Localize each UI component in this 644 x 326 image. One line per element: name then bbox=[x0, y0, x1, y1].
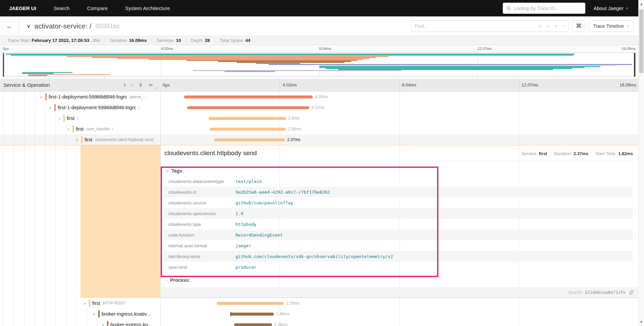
scrollbar-thumb[interactable] bbox=[639, 9, 643, 73]
back-button[interactable]: ← bbox=[0, 16, 19, 36]
span-expander-chevron-icon[interactable]: ∨ bbox=[67, 127, 69, 131]
indent-guide bbox=[14, 91, 14, 102]
trace-view-label: Trace Timeline bbox=[593, 23, 624, 29]
tag-key: cloudevents.datacontenttype bbox=[168, 179, 235, 184]
trace-lookup-input[interactable] bbox=[514, 6, 582, 11]
clear-find-icon[interactable]: × bbox=[562, 23, 565, 28]
collapse-all-icon[interactable]: ≫ bbox=[138, 83, 143, 87]
span-row[interactable]: ∨first-1-deployment-59968d6f46-lngrc/4.1… bbox=[0, 102, 638, 113]
span-detail-indent-column bbox=[0, 145, 160, 298]
service-color-chip bbox=[81, 136, 83, 143]
span-detail-content: cloudevents.client.httpbody send Service… bbox=[160, 145, 638, 298]
span-expander-chevron-icon[interactable]: ∨ bbox=[102, 323, 104, 326]
span-duration-bar[interactable] bbox=[214, 138, 285, 141]
indent-guide bbox=[3, 145, 4, 298]
trace-lookup-box[interactable] bbox=[503, 3, 585, 14]
tag-value: text/plain bbox=[235, 179, 262, 184]
span-duration-bar[interactable] bbox=[209, 117, 286, 120]
brand-jaeger-ui[interactable]: JAEGER UI bbox=[0, 5, 45, 11]
scrollbar[interactable]: ▲ ▼ bbox=[638, 0, 644, 326]
operation-name: / bbox=[77, 116, 78, 121]
expand-one-icon[interactable]: › bbox=[131, 82, 133, 87]
span-expander-chevron-icon[interactable]: ∨ bbox=[93, 312, 95, 316]
tag-row[interactable]: cloudevents.typehttpbody bbox=[164, 219, 633, 230]
expand-all-icon[interactable]: ≫ bbox=[148, 82, 153, 87]
span-duration-bar[interactable] bbox=[184, 95, 313, 99]
keyboard-shortcuts-button[interactable]: ⌘ bbox=[572, 20, 585, 32]
operation-name: cloudevents.client.httpbody send bbox=[95, 137, 153, 142]
tag-row[interactable]: cloudevents.datacontenttypetext/plain bbox=[164, 176, 633, 187]
span-row[interactable]: ∨first/2.6ms bbox=[0, 113, 638, 124]
indent-guide bbox=[24, 91, 24, 102]
span-expander-chevron-icon[interactable]: ∨ bbox=[84, 302, 86, 305]
find-input[interactable] bbox=[415, 23, 538, 29]
service-color-chip bbox=[72, 125, 74, 133]
span-duration-bar[interactable] bbox=[230, 313, 274, 316]
tag-row[interactable]: internal.span.formatjaeger bbox=[164, 240, 633, 251]
span-duration-bar[interactable] bbox=[234, 323, 272, 326]
trace-title-chevron-icon[interactable]: ∨ bbox=[27, 23, 30, 29]
span-row[interactable]: ∨broker-ingress.knativ...1.46ms bbox=[0, 309, 638, 319]
prev-match-icon[interactable]: ∧ bbox=[547, 23, 550, 28]
about-jaeger-menu[interactable]: About Jaeger ∨ bbox=[593, 5, 638, 11]
nav-item-search[interactable]: Search bbox=[45, 5, 78, 11]
span-expander-chevron-icon[interactable]: ∨ bbox=[49, 106, 51, 110]
search-icon bbox=[506, 6, 511, 11]
indent-guide bbox=[35, 113, 35, 124]
span-stat-label: Start Time: bbox=[595, 151, 616, 156]
span-expander-chevron-icon[interactable]: ∨ bbox=[40, 95, 42, 99]
service-name: first bbox=[92, 301, 100, 306]
tag-row[interactable]: code.functionRecordSendingEvent bbox=[164, 230, 633, 240]
tags-accordion-toggle[interactable]: ∨ Tags bbox=[164, 166, 633, 176]
trace-view-dropdown[interactable]: Trace Timeline ∨ bbox=[589, 20, 634, 32]
span-row-timeline-cell: 2.56ms bbox=[160, 124, 638, 134]
tag-row[interactable]: span.kindproducer bbox=[164, 262, 633, 272]
span-duration-bar[interactable] bbox=[210, 128, 286, 131]
chevron-down-icon: ∨ bbox=[627, 24, 629, 28]
indent-guide bbox=[35, 134, 35, 145]
span-row-timeline-cell: 2.6ms bbox=[160, 113, 638, 124]
chevron-down-icon: ∨ bbox=[166, 169, 169, 173]
span-stat-value: 2.37ms bbox=[574, 151, 588, 156]
span-row-timeline-cell: 4.11ms bbox=[160, 102, 638, 113]
match-case-icon[interactable]: ◎ bbox=[538, 23, 542, 28]
span-row-tree-cell: ∨firstuser_handler: / bbox=[0, 124, 160, 134]
collapse-one-icon[interactable]: ∨ bbox=[123, 82, 126, 87]
find-box[interactable]: ◎∧∨× bbox=[411, 20, 569, 32]
span-row[interactable]: ∨firstuser_handler: /2.56ms bbox=[0, 124, 638, 134]
scrollbar-up-icon[interactable]: ▲ bbox=[639, 2, 644, 6]
nav-item-system-architecture[interactable]: System Architecture bbox=[116, 5, 178, 11]
summary-value: 10 bbox=[176, 38, 181, 43]
span-row[interactable]: ∨broker-ingress.kn...1.28ms bbox=[0, 319, 638, 326]
jaeger-app: JAEGER UI SearchCompareSystem Architectu… bbox=[0, 0, 638, 326]
indent-guide bbox=[24, 113, 24, 124]
span-expander-chevron-icon[interactable]: ∨ bbox=[58, 117, 60, 120]
indent-guide bbox=[45, 309, 45, 319]
timeline-minimap[interactable]: 0μs4.02ms8.04ms12.07ms16.09ms bbox=[0, 45, 638, 79]
tag-key: span.kind bbox=[168, 265, 235, 270]
scrollbar-down-icon[interactable]: ▼ bbox=[639, 320, 644, 324]
next-match-icon[interactable]: ∨ bbox=[554, 23, 558, 28]
command-icon: ⌘ bbox=[576, 22, 582, 29]
tag-row[interactable]: cloudevents.specversion1.0 bbox=[164, 208, 633, 219]
column-resizer[interactable]: ∥ bbox=[155, 87, 157, 90]
minimap-canvas[interactable] bbox=[3, 53, 636, 76]
span-row[interactable]: ∨firstcloudevents.client.httpbody send2.… bbox=[0, 134, 638, 145]
indent-guide bbox=[14, 309, 14, 319]
trace-title: activator-service: / bbox=[34, 22, 91, 30]
tag-row[interactable]: otel.library.namegithub.com/cloudevents/… bbox=[164, 251, 633, 262]
span-duration-bar[interactable] bbox=[217, 302, 284, 305]
timeline-header-tick: 0μs bbox=[160, 79, 170, 91]
tag-key: internal.span.format bbox=[168, 243, 235, 248]
deep-link-icon[interactable] bbox=[629, 290, 634, 295]
span-duration-bar[interactable] bbox=[187, 106, 309, 109]
process-accordion-toggle[interactable]: › Process: bbox=[164, 275, 633, 285]
nav-item-compare[interactable]: Compare bbox=[78, 5, 116, 11]
span-row[interactable]: ∨first-1-deployment-59968d6f46-lngrcqueu… bbox=[0, 91, 638, 102]
span-expander-chevron-icon[interactable]: ∨ bbox=[76, 138, 78, 142]
span-row[interactable]: ∨firstHTTP POST2.26ms bbox=[0, 298, 638, 309]
span-stat: Duration:2.37ms bbox=[550, 151, 588, 156]
indent-guide bbox=[14, 298, 14, 309]
tag-row[interactable]: cloudevents.id9a2b25a0-eee4-4292-a0c7-c7… bbox=[164, 187, 633, 197]
tag-row[interactable]: cloudevents.sourcegithub/com/pavolloffay bbox=[164, 197, 633, 208]
